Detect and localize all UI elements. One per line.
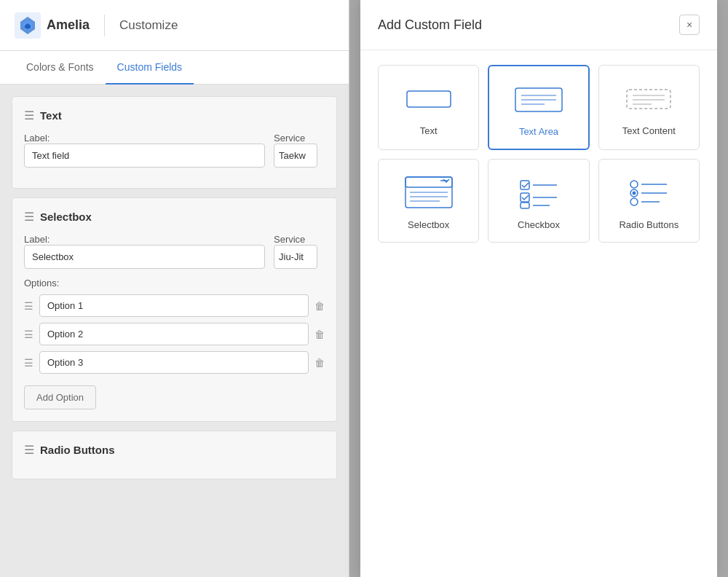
text-label-service-row: Label: Service xyxy=(24,133,325,168)
left-panel: Amelia Customize Colors & Fonts Custom F… xyxy=(0,0,349,577)
svg-rect-14 xyxy=(405,177,452,187)
content-area: ☰ Text Label: Service ☰ Selectbox xyxy=(0,85,349,577)
field-type-checkbox-icon xyxy=(510,174,568,211)
field-title-selectbox: Selectbox xyxy=(40,211,92,223)
tabs-bar: Colors & Fonts Custom Fields xyxy=(0,51,349,85)
selectbox-service-label: Service xyxy=(274,234,325,245)
field-type-radio-buttons-icon xyxy=(620,174,678,211)
options-label: Options: xyxy=(24,278,325,288)
svg-rect-19 xyxy=(521,181,529,189)
field-type-text-content-icon xyxy=(620,80,678,117)
add-custom-field-modal: Add Custom Field × Text xyxy=(360,0,717,577)
option-input-2[interactable] xyxy=(39,323,309,345)
selectbox-label-input[interactable] xyxy=(24,245,265,269)
option-drag-icon-2[interactable]: ☰ xyxy=(24,329,33,340)
drag-icon-text[interactable]: ☰ xyxy=(24,109,34,122)
field-type-grid: Text Text Area xyxy=(378,65,700,243)
option-row-2: ☰ 🗑 xyxy=(24,323,325,345)
amelia-logo-icon xyxy=(15,12,41,39)
text-label-input[interactable] xyxy=(24,144,265,168)
text-service-label: Service xyxy=(274,133,325,144)
field-card-selectbox-header: ☰ Selectbox xyxy=(24,210,325,224)
option-input-1[interactable] xyxy=(39,294,309,317)
field-type-text-content-label: Text Content xyxy=(622,125,676,136)
header-divider xyxy=(104,15,105,36)
field-type-text-label: Text xyxy=(420,125,438,136)
option-input-3[interactable] xyxy=(39,351,309,374)
svg-rect-4 xyxy=(407,91,451,107)
app-name: Amelia xyxy=(47,17,90,33)
selectbox-label-group: Label: xyxy=(24,234,265,269)
field-type-selectbox[interactable]: Selectbox xyxy=(378,159,479,243)
option-drag-icon-1[interactable]: ☰ xyxy=(24,300,33,312)
field-type-textarea[interactable]: Text Area xyxy=(488,65,589,150)
field-type-checkbox-label: Checkbox xyxy=(518,219,560,230)
svg-rect-21 xyxy=(521,193,529,202)
option-row-1: ☰ 🗑 xyxy=(24,294,325,317)
add-option-button[interactable]: Add Option xyxy=(24,385,96,409)
field-type-checkbox[interactable]: Checkbox xyxy=(488,159,589,243)
drag-icon-radio[interactable]: ☰ xyxy=(24,443,34,457)
modal-header: Add Custom Field × xyxy=(360,0,717,50)
logo: Amelia xyxy=(15,12,90,39)
tab-colors-fonts[interactable]: Colors & Fonts xyxy=(15,51,106,85)
field-title-radio: Radio Buttons xyxy=(40,444,115,456)
selectbox-service-group: Service xyxy=(274,234,325,269)
field-card-radio-header: ☰ Radio Buttons xyxy=(24,443,325,457)
svg-point-25 xyxy=(630,181,638,188)
field-type-radio-buttons-label: Radio Buttons xyxy=(619,219,678,230)
field-type-text-icon xyxy=(400,80,458,117)
field-type-textarea-icon xyxy=(510,81,568,117)
drag-icon-selectbox[interactable]: ☰ xyxy=(24,210,34,224)
selectbox-label-label: Label: xyxy=(24,234,265,245)
modal-close-button[interactable]: × xyxy=(679,15,700,35)
field-type-text-content[interactable]: Text Content xyxy=(598,65,700,150)
field-type-text[interactable]: Text xyxy=(378,65,479,150)
text-label-group: Label: xyxy=(24,133,265,168)
option-delete-icon-2[interactable]: 🗑 xyxy=(314,329,325,340)
field-type-radio-buttons[interactable]: Radio Buttons xyxy=(598,159,700,243)
selectbox-label-service-row: Label: Service xyxy=(24,234,325,269)
customize-label: Customize xyxy=(119,18,178,33)
svg-rect-9 xyxy=(627,90,670,109)
option-drag-icon-3[interactable]: ☰ xyxy=(24,357,33,369)
modal-title: Add Custom Field xyxy=(378,17,482,33)
text-service-input[interactable] xyxy=(274,144,317,168)
app-header: Amelia Customize xyxy=(0,0,349,51)
option-delete-icon-1[interactable]: 🗑 xyxy=(314,300,325,312)
field-card-selectbox: ☰ Selectbox Label: Service Options: ☰ 🗑 xyxy=(12,197,337,422)
svg-point-30 xyxy=(630,198,638,205)
field-type-selectbox-label: Selectbox xyxy=(408,219,449,230)
field-card-text-header: ☰ Text xyxy=(24,109,325,122)
field-type-textarea-label: Text Area xyxy=(519,126,558,137)
selectbox-service-input[interactable] xyxy=(274,245,317,269)
field-title-text: Text xyxy=(40,109,62,122)
modal-body: Text Text Area xyxy=(360,50,717,577)
field-card-text: ☰ Text Label: Service xyxy=(12,96,337,189)
svg-point-28 xyxy=(633,192,636,195)
field-card-radio: ☰ Radio Buttons xyxy=(12,431,337,479)
text-service-group: Service xyxy=(274,133,325,168)
option-row-3: ☰ 🗑 xyxy=(24,351,325,374)
tab-custom-fields[interactable]: Custom Fields xyxy=(106,51,194,85)
text-label-label: Label: xyxy=(24,133,265,144)
overlay: Add Custom Field × Text xyxy=(349,0,728,577)
field-type-selectbox-icon xyxy=(400,174,458,211)
option-delete-icon-3[interactable]: 🗑 xyxy=(314,357,325,369)
svg-rect-23 xyxy=(521,203,529,208)
